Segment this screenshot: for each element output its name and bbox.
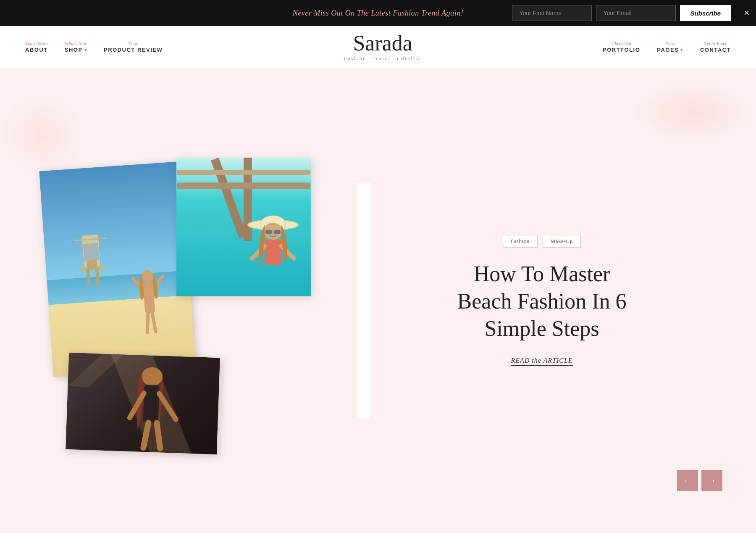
nav-label-contact: CONTACT <box>700 47 731 53</box>
first-name-input[interactable] <box>512 5 592 21</box>
nav-item-pages[interactable]: View PAGES ▾ <box>657 41 683 53</box>
article-info: Fashion Make-Up How To Master Beach Fash… <box>370 218 714 383</box>
nav-hint-contact: Get in Touch <box>700 41 731 46</box>
chevron-down-icon: ▾ <box>680 47 683 52</box>
svg-line-12 <box>152 312 155 332</box>
nav-item-portfolio[interactable]: Check Out PORTFOLIO <box>603 41 640 53</box>
person-arms-up-icon <box>130 268 168 337</box>
svg-rect-4 <box>83 243 100 261</box>
prev-arrow-button[interactable]: ← <box>677 470 698 491</box>
nav-hint-pages: View <box>657 41 683 46</box>
nav-label-product-review: PRODUCT REVIEW <box>104 47 163 53</box>
subscribe-button[interactable]: Subscribe <box>680 5 731 21</box>
svg-rect-21 <box>274 230 281 234</box>
svg-rect-23 <box>265 240 281 265</box>
email-input[interactable] <box>596 5 676 21</box>
svg-line-33 <box>156 423 161 448</box>
black-swimsuit-photo <box>66 353 220 454</box>
nav-item-contact[interactable]: Get in Touch CONTACT <box>700 41 731 53</box>
nav-right: Check Out PORTFOLIO View PAGES ▾ Get in … <box>603 41 731 53</box>
read-article-link[interactable]: READ the ARTICLE <box>511 357 572 366</box>
nav-item-shop[interactable]: What's New SHOP ▾ <box>65 41 87 53</box>
svg-rect-13 <box>211 158 247 239</box>
bg-decoration-right <box>630 81 756 144</box>
photo-collage <box>42 158 357 443</box>
nav-label-portfolio: PORTFOLIO <box>603 47 640 53</box>
article-tags: Fashion Make-Up <box>503 235 581 248</box>
svg-rect-6 <box>87 260 97 269</box>
close-banner-button[interactable]: × <box>744 8 749 18</box>
chevron-down-icon: ▾ <box>84 47 87 52</box>
svg-point-7 <box>141 269 154 284</box>
svg-rect-15 <box>177 182 310 189</box>
nav-label-about: ABOUT <box>25 47 48 53</box>
site-logo[interactable]: Sarada Fashion · Travel · Lifestyle <box>340 32 426 62</box>
beach-scene-bg <box>39 161 196 377</box>
next-arrow-button[interactable]: → <box>701 470 722 491</box>
shadow-pattern <box>66 353 220 454</box>
turquoise-water-bg <box>176 158 311 296</box>
nav-hint-shop: What's New <box>65 41 87 46</box>
beach-sky <box>39 161 189 285</box>
logo-tagline: Fashion · Travel · Lifestyle <box>340 54 426 63</box>
white-divider-panel <box>357 183 370 418</box>
main-content: Fashion Make-Up How To Master Beach Fash… <box>0 68 756 533</box>
nav-left: Learn More ABOUT What's New SHOP ▾ View … <box>25 41 163 53</box>
banner-form: Subscribe <box>512 5 731 21</box>
nav-label-shop: SHOP ▾ <box>65 47 87 53</box>
nav-label-pages: PAGES ▾ <box>657 47 683 53</box>
svg-marker-27 <box>68 353 123 388</box>
nav-item-about[interactable]: Learn More ABOUT <box>25 41 48 53</box>
top-banner: Never Miss Out On The Latest Fashion Tre… <box>0 0 756 26</box>
svg-rect-16 <box>177 170 310 175</box>
svg-line-11 <box>146 313 149 332</box>
main-nav: Learn More ABOUT What's New SHOP ▾ View … <box>0 26 756 68</box>
hero-section: Fashion Make-Up How To Master Beach Fash… <box>42 158 714 443</box>
tag-makeup[interactable]: Make-Up <box>543 235 581 248</box>
dark-bg <box>66 353 220 454</box>
article-title: How To Master Beach Fashion In 6 Simple … <box>454 260 630 342</box>
svg-rect-20 <box>265 230 272 234</box>
svg-rect-3 <box>95 268 100 285</box>
nav-item-product-review[interactable]: View PRODUCT REVIEW <box>104 41 163 53</box>
nav-hint-portfolio: Check Out <box>603 41 640 46</box>
svg-rect-2 <box>86 269 91 286</box>
nav-hint-about: Learn More <box>25 41 48 46</box>
tag-fashion[interactable]: Fashion <box>503 235 538 248</box>
lifeguard-tower-icon <box>68 217 115 287</box>
turquoise-water-photo <box>176 158 311 296</box>
svg-rect-29 <box>143 385 159 423</box>
logo-text: Sarada <box>340 32 426 54</box>
nav-hint-product-review: View <box>104 41 163 46</box>
woman-hat-icon <box>244 208 302 292</box>
carousel-nav-arrows: ← → <box>677 470 722 491</box>
beach-photo-main <box>39 161 196 377</box>
